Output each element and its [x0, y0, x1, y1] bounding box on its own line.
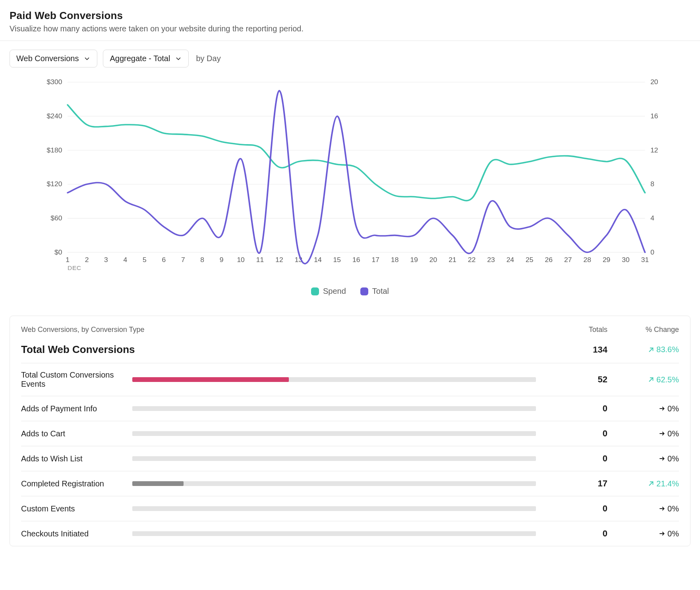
row-label: Adds to Wish List	[21, 454, 124, 463]
table-row: Adds to Wish List00%	[21, 446, 679, 471]
chevron-down-icon	[83, 55, 91, 62]
row-bar	[132, 377, 536, 382]
svg-text:24: 24	[507, 256, 514, 264]
svg-text:3: 3	[104, 256, 108, 264]
row-label: Checkouts Initiated	[21, 529, 124, 538]
svg-text:25: 25	[526, 256, 533, 264]
svg-text:8: 8	[650, 181, 654, 188]
row-value: 0	[544, 528, 607, 539]
table-row: Total Custom Conversions Events5262.5%	[21, 363, 679, 396]
svg-text:27: 27	[564, 256, 572, 264]
row-label: Completed Registration	[21, 479, 124, 488]
conversions-table: Web Conversions, by Conversion Type Tota…	[10, 316, 690, 546]
svg-text:14: 14	[314, 256, 321, 264]
chevron-down-icon	[175, 55, 182, 62]
page-title: Paid Web Conversions	[10, 10, 690, 22]
row-bar	[132, 406, 536, 411]
svg-text:17: 17	[372, 256, 379, 264]
svg-text:23: 23	[487, 256, 495, 264]
svg-text:22: 22	[468, 256, 476, 264]
legend-swatch-spend	[311, 287, 319, 295]
arrow-right-icon	[659, 505, 666, 512]
svg-text:12: 12	[275, 256, 283, 264]
svg-text:26: 26	[545, 256, 553, 264]
svg-text:12: 12	[650, 147, 658, 154]
svg-text:0: 0	[650, 249, 654, 256]
row-bar	[132, 456, 536, 461]
svg-text:20: 20	[650, 79, 658, 86]
row-change: 21.4%	[615, 479, 679, 488]
row-bar	[132, 481, 536, 486]
row-value: 52	[544, 374, 607, 385]
svg-line-51	[650, 378, 653, 382]
page-subtitle: Visualize how many actions were taken on…	[10, 24, 690, 33]
metric-dropdown-label: Web Conversions	[16, 54, 79, 63]
svg-text:6: 6	[162, 256, 166, 264]
row-label: Custom Events	[21, 504, 124, 513]
row-value: 0	[544, 403, 607, 414]
table-row: Adds to Cart00%	[21, 421, 679, 446]
svg-text:11: 11	[256, 256, 264, 264]
legend-label-total: Total	[372, 287, 389, 296]
arrow-right-icon	[659, 405, 666, 412]
svg-text:19: 19	[410, 256, 418, 264]
svg-text:15: 15	[333, 256, 341, 264]
row-value: 0	[544, 503, 607, 514]
row-label: Adds to Cart	[21, 429, 124, 438]
row-bar	[132, 506, 536, 511]
svg-line-50	[650, 348, 653, 351]
chart: $0$60$120$180$240$3000481216201234567891…	[10, 79, 690, 300]
svg-text:5: 5	[143, 256, 147, 264]
svg-text:30: 30	[622, 256, 629, 264]
summary-label: Total Web Conversions	[21, 343, 536, 356]
row-value: 17	[544, 478, 607, 489]
svg-text:10: 10	[237, 256, 244, 264]
svg-line-55	[650, 482, 653, 486]
metric-dropdown[interactable]: Web Conversions	[10, 50, 97, 67]
divider	[0, 40, 700, 41]
svg-text:9: 9	[220, 256, 224, 264]
legend-label-spend: Spend	[323, 287, 346, 296]
arrow-right-icon	[659, 430, 666, 437]
summary-change-text: 83.6%	[656, 345, 679, 354]
svg-text:1: 1	[66, 256, 70, 264]
aggregate-dropdown[interactable]: Aggregate - Total	[103, 50, 189, 67]
row-change: 0%	[615, 454, 679, 463]
row-value: 0	[544, 453, 607, 464]
table-header-totals: Totals	[544, 326, 607, 334]
svg-text:DEC: DEC	[68, 265, 81, 271]
svg-text:16: 16	[650, 113, 658, 120]
svg-text:28: 28	[583, 256, 591, 264]
svg-text:31: 31	[641, 256, 649, 264]
svg-text:8: 8	[200, 256, 204, 264]
summary-change: 83.6%	[615, 345, 679, 354]
svg-text:$300: $300	[47, 79, 62, 86]
svg-text:$180: $180	[47, 147, 62, 154]
table-row: Custom Events00%	[21, 496, 679, 521]
table-row: Completed Registration1721.4%	[21, 471, 679, 496]
table-header-change: % Change	[615, 326, 679, 334]
granularity-label: by Day	[196, 54, 220, 63]
row-change: 62.5%	[615, 375, 679, 384]
svg-text:4: 4	[650, 215, 654, 222]
svg-text:20: 20	[429, 256, 437, 264]
summary-row: Total Web Conversions 134 83.6%	[21, 341, 679, 363]
row-bar	[132, 531, 536, 536]
chart-svg: $0$60$120$180$240$3000481216201234567891…	[41, 79, 667, 277]
arrow-up-right-icon	[648, 376, 655, 383]
row-change: 0%	[615, 504, 679, 513]
svg-text:2: 2	[85, 256, 89, 264]
summary-value: 134	[544, 345, 607, 355]
table-row: Checkouts Initiated00%	[21, 521, 679, 546]
svg-text:16: 16	[352, 256, 360, 264]
svg-text:7: 7	[181, 256, 185, 264]
legend-item-total[interactable]: Total	[360, 287, 389, 296]
svg-text:$0: $0	[54, 249, 62, 256]
row-label: Adds of Payment Info	[21, 404, 124, 413]
arrow-up-right-icon	[648, 346, 655, 353]
svg-text:29: 29	[603, 256, 610, 264]
legend-item-spend[interactable]: Spend	[311, 287, 346, 296]
row-change: 0%	[615, 429, 679, 438]
arrow-right-icon	[659, 455, 666, 462]
svg-text:$120: $120	[47, 181, 62, 188]
